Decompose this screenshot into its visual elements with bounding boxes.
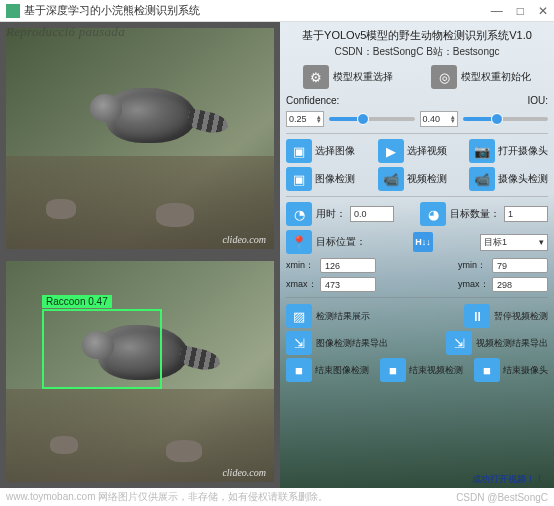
ymin-value: 79 (492, 258, 548, 273)
pause-video-button[interactable]: 暂停视频检测 (494, 310, 548, 323)
detection-bbox: Raccoon 0.47 (42, 309, 162, 389)
weight-init-button[interactable]: 模型权重初始化 (461, 70, 531, 84)
watermark-left: www.toymoban.com 网络图片仅供展示，非存储，如有侵权请联系删除。 (6, 490, 328, 504)
target-select[interactable]: 目标1▾ (480, 234, 548, 251)
control-panel: 基于YOLOv5模型的野生动物检测识别系统V1.0 CSDN：BestSongC… (280, 22, 554, 488)
minimize-button[interactable]: — (491, 4, 503, 18)
time-label: 用时： (316, 207, 346, 221)
export-image-button[interactable]: 图像检测结果导出 (316, 337, 388, 350)
close-button[interactable]: ✕ (538, 4, 548, 18)
ymin-label: ymin： (458, 259, 488, 272)
iou-slider[interactable] (463, 117, 549, 121)
end-image-button[interactable]: 结束图像检测 (315, 364, 369, 377)
iou-input[interactable]: 0.40▴▾ (420, 111, 458, 127)
stop-icon: ■ (380, 358, 406, 382)
end-camera-button[interactable]: 结束摄像头 (503, 364, 548, 377)
target-position-label: 目标位置： (316, 235, 366, 249)
video-column: clideo.com Raccoon 0.47 clideo.com (0, 22, 280, 488)
camera-icon: 📷 (469, 139, 495, 163)
open-camera-button[interactable]: 打开摄像头 (498, 144, 548, 158)
image-detect-icon: ▣ (286, 167, 312, 191)
stop-icon: ■ (286, 358, 312, 382)
xmax-label: xmax： (286, 278, 316, 291)
result-show-button[interactable]: 检测结果展示 (316, 310, 370, 323)
pie-icon: ◕ (420, 202, 446, 226)
end-video-button[interactable]: 结束视频检测 (409, 364, 463, 377)
maximize-button[interactable]: □ (517, 4, 524, 18)
page-footer-watermark: www.toymoban.com 网络图片仅供展示，非存储，如有侵权请联系删除。… (0, 488, 554, 506)
app-subtitle: CSDN：BestSongC B站：Bestsongc (286, 45, 548, 59)
export-icon: ⇲ (446, 331, 472, 355)
clock-icon: ◔ (286, 202, 312, 226)
original-video-view: clideo.com (6, 28, 274, 249)
xmin-label: xmin： (286, 259, 316, 272)
select-image-button[interactable]: 选择图像 (315, 144, 355, 158)
select-video-button[interactable]: 选择视频 (407, 144, 447, 158)
time-value: 0.0 (350, 206, 394, 222)
confidence-input[interactable]: 0.25▴▾ (286, 111, 324, 127)
confidence-label: Confidence: (286, 95, 339, 106)
xmax-value: 473 (320, 277, 376, 292)
ymax-value: 298 (492, 277, 548, 292)
coord-badge: H↓↓ (413, 232, 433, 252)
webcam-icon: 📹 (378, 167, 404, 191)
image-icon: ▣ (286, 139, 312, 163)
camcorder-icon: 📹 (469, 167, 495, 191)
iou-label: IOU: (527, 95, 548, 106)
stop-icon: ■ (474, 358, 500, 382)
export-video-button[interactable]: 视频检测结果导出 (476, 337, 548, 350)
camera-detect-button[interactable]: 摄像头检测 (498, 172, 548, 186)
pause-icon: ⏸ (464, 304, 490, 328)
target-count-value: 1 (504, 206, 548, 222)
video-brand-watermark: clideo.com (222, 234, 266, 245)
raccoon-shape (106, 88, 196, 143)
video-brand-watermark: clideo.com (222, 467, 266, 478)
status-text: 成功打开视频！！ (472, 473, 544, 486)
video-detect-button[interactable]: 视频检测 (407, 172, 447, 186)
target-count-label: 目标数量： (450, 207, 500, 221)
chart-icon: ▨ (286, 304, 312, 328)
image-detect-button[interactable]: 图像检测 (315, 172, 355, 186)
play-icon: ▶ (378, 139, 404, 163)
export-icon: ⇲ (286, 331, 312, 355)
app-icon (6, 4, 20, 18)
watermark-right: CSDN @BestSongC (456, 492, 548, 503)
playback-paused-watermark: Reproducció pausada (6, 24, 125, 40)
window-title: 基于深度学习的小浣熊检测识别系统 (24, 3, 491, 18)
pin-icon: 📍 (286, 230, 312, 254)
xmin-value: 126 (320, 258, 376, 273)
app-title: 基于YOLOv5模型的野生动物检测识别系统V1.0 (286, 28, 548, 43)
confidence-slider[interactable] (329, 117, 415, 121)
weight-select-button[interactable]: 模型权重选择 (333, 70, 393, 84)
detection-label: Raccoon 0.47 (42, 295, 112, 308)
ymax-label: ymax： (458, 278, 488, 291)
detection-video-view: Raccoon 0.47 clideo.com (6, 261, 274, 482)
gear-icon: ⚙ (303, 65, 329, 89)
target-icon: ◎ (431, 65, 457, 89)
title-bar: 基于深度学习的小浣熊检测识别系统 — □ ✕ (0, 0, 554, 22)
